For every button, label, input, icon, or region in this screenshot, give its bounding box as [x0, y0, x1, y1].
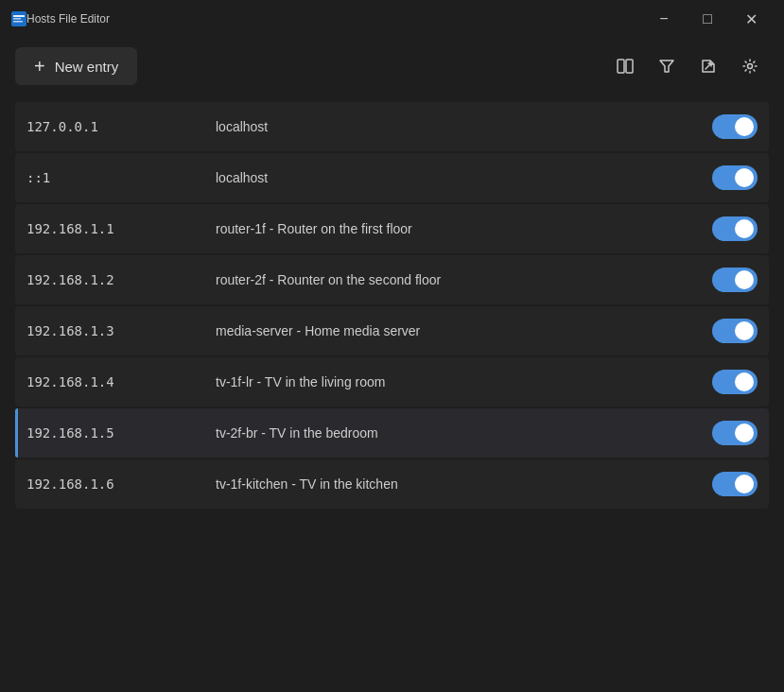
- toggle-slider: [712, 165, 758, 190]
- entry-toggle[interactable]: [712, 319, 758, 343]
- svg-rect-5: [626, 60, 633, 73]
- entry-hostname: localhost: [216, 119, 712, 134]
- entry-toggle[interactable]: [712, 370, 758, 394]
- split-icon: [616, 57, 635, 76]
- export-button[interactable]: [689, 47, 727, 85]
- entry-hostname: tv-2f-br - TV in the bedroom: [216, 425, 712, 441]
- entry-toggle[interactable]: [712, 268, 758, 292]
- entry-toggle[interactable]: [712, 216, 758, 241]
- table-row[interactable]: 192.168.1.6tv-1f-kitchen - TV in the kit…: [15, 459, 769, 509]
- entry-ip: 192.168.1.3: [26, 323, 216, 338]
- entry-hostname: tv-1f-lr - TV in the living room: [216, 374, 712, 389]
- toolbar-actions: [606, 47, 769, 85]
- table-row[interactable]: 192.168.1.2router-2f - Rounter on the se…: [15, 255, 769, 304]
- svg-rect-4: [618, 60, 624, 73]
- title-bar: Hosts File Editor − □ ✕: [0, 0, 784, 38]
- minimize-button[interactable]: −: [642, 4, 686, 34]
- table-row[interactable]: ::1localhost: [15, 153, 769, 202]
- entry-ip: ::1: [26, 170, 216, 185]
- entry-hostname: router-2f - Rounter on the second floor: [216, 272, 712, 287]
- entry-toggle[interactable]: [712, 165, 758, 190]
- entry-ip: 192.168.1.4: [26, 374, 216, 389]
- entries-list: 127.0.0.1localhost::1localhost192.168.1.…: [0, 95, 784, 518]
- settings-icon: [740, 57, 759, 76]
- toggle-slider: [712, 216, 758, 241]
- svg-rect-2: [13, 18, 21, 20]
- plus-icon: +: [34, 57, 45, 76]
- toggle-slider: [712, 421, 758, 445]
- toggle-slider: [712, 319, 758, 343]
- filter-button[interactable]: [648, 47, 686, 85]
- entry-toggle[interactable]: [712, 421, 758, 445]
- table-row[interactable]: 192.168.1.1router-1f - Router on the fir…: [15, 204, 769, 253]
- toolbar: + New entry: [0, 38, 784, 95]
- entry-ip: 192.168.1.6: [26, 476, 216, 492]
- svg-marker-6: [660, 61, 673, 72]
- table-row[interactable]: 127.0.0.1localhost: [15, 102, 769, 151]
- entry-ip: 127.0.0.1: [26, 119, 216, 134]
- svg-rect-1: [13, 15, 25, 17]
- app-icon: [11, 11, 26, 26]
- new-entry-label: New entry: [55, 59, 119, 75]
- table-row[interactable]: 192.168.1.5tv-2f-br - TV in the bedroom: [15, 408, 769, 458]
- toggle-slider: [712, 114, 758, 139]
- entry-ip: 192.168.1.2: [26, 272, 216, 287]
- svg-rect-3: [13, 21, 23, 23]
- svg-point-7: [748, 64, 753, 69]
- new-entry-button[interactable]: + New entry: [15, 47, 137, 85]
- entry-toggle[interactable]: [712, 114, 758, 139]
- entry-hostname: tv-1f-kitchen - TV in the kitchen: [216, 476, 712, 492]
- entry-hostname: media-server - Home media server: [216, 323, 712, 338]
- split-view-button[interactable]: [606, 47, 644, 85]
- export-icon: [699, 57, 718, 76]
- window-controls: − □ ✕: [642, 4, 773, 34]
- close-button[interactable]: ✕: [729, 4, 773, 34]
- toggle-slider: [712, 370, 758, 394]
- entry-hostname: router-1f - Router on the first floor: [216, 221, 712, 236]
- entry-toggle[interactable]: [712, 472, 758, 496]
- entry-ip: 192.168.1.5: [26, 425, 216, 441]
- table-row[interactable]: 192.168.1.4tv-1f-lr - TV in the living r…: [15, 357, 769, 407]
- settings-button[interactable]: [731, 47, 769, 85]
- entry-ip: 192.168.1.1: [26, 221, 216, 236]
- maximize-button[interactable]: □: [686, 4, 729, 34]
- filter-icon: [657, 57, 676, 76]
- toggle-slider: [712, 268, 758, 292]
- app-title: Hosts File Editor: [26, 12, 642, 26]
- table-row[interactable]: 192.168.1.3media-server - Home media ser…: [15, 306, 769, 355]
- toggle-slider: [712, 472, 758, 496]
- entry-hostname: localhost: [216, 170, 712, 185]
